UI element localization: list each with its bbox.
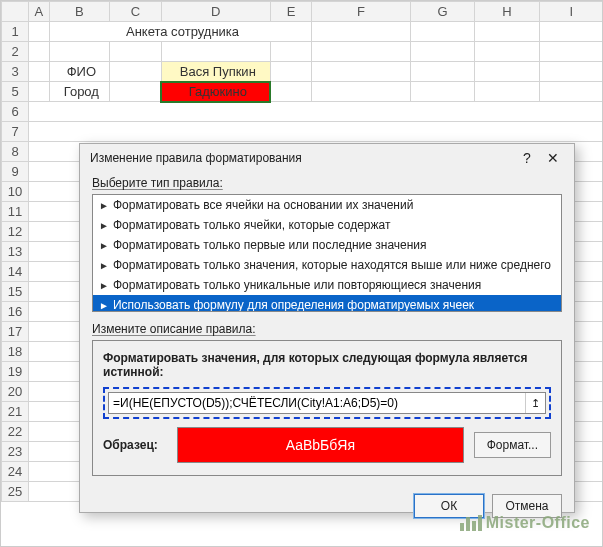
row-header[interactable]: 22	[2, 422, 29, 442]
dialog-button-row: ОК Отмена	[80, 486, 574, 528]
rule-type-item[interactable]: ►Форматировать только ячейки, которые со…	[93, 215, 561, 235]
bullet-icon: ►	[99, 220, 109, 231]
row-header-5[interactable]: 5	[2, 82, 29, 102]
cell[interactable]	[109, 42, 161, 62]
cell[interactable]	[28, 62, 49, 82]
col-header-G[interactable]: G	[410, 2, 474, 22]
row-header[interactable]: 23	[2, 442, 29, 462]
cell[interactable]	[539, 82, 603, 102]
bullet-icon: ►	[99, 200, 109, 211]
cell[interactable]	[109, 82, 161, 102]
cell[interactable]	[410, 62, 474, 82]
col-header-E[interactable]: E	[270, 2, 312, 22]
rule-type-item[interactable]: ►Форматировать только первые или последн…	[93, 235, 561, 255]
preview-label: Образец:	[103, 438, 167, 452]
rule-type-item-selected[interactable]: ►Использовать формулу для определения фо…	[93, 295, 561, 312]
cell[interactable]	[28, 102, 603, 122]
cell[interactable]	[539, 62, 603, 82]
dialog-titlebar[interactable]: Изменение правила форматирования ? ✕	[80, 144, 574, 170]
row-header-1[interactable]: 1	[2, 22, 29, 42]
row-header-2[interactable]: 2	[2, 42, 29, 62]
cell[interactable]	[109, 62, 161, 82]
cell[interactable]	[410, 82, 474, 102]
cancel-button[interactable]: Отмена	[492, 494, 562, 518]
cell-d5[interactable]: Гадюкино	[161, 82, 270, 102]
cell[interactable]	[28, 82, 49, 102]
cell[interactable]	[539, 42, 603, 62]
row-header[interactable]: 11	[2, 202, 29, 222]
rule-type-text: Форматировать только значения, которые н…	[113, 258, 551, 272]
ok-button[interactable]: ОК	[414, 494, 484, 518]
col-header-H[interactable]: H	[475, 2, 539, 22]
cell[interactable]	[410, 42, 474, 62]
bullet-icon: ►	[99, 240, 109, 251]
row-header[interactable]: 10	[2, 182, 29, 202]
rule-type-label: Выберите тип правила:	[92, 176, 562, 190]
row-header[interactable]: 13	[2, 242, 29, 262]
row-header-3[interactable]: 3	[2, 62, 29, 82]
cell[interactable]	[539, 22, 603, 42]
cell[interactable]	[161, 42, 270, 62]
rule-type-item[interactable]: ►Форматировать только уникальные или пов…	[93, 275, 561, 295]
row-header[interactable]: 14	[2, 262, 29, 282]
cell[interactable]	[312, 62, 411, 82]
cell[interactable]	[475, 22, 539, 42]
cell[interactable]	[49, 42, 109, 62]
title-cell[interactable]: Анкета сотрудника	[49, 22, 312, 42]
cell-b5[interactable]: Город	[49, 82, 109, 102]
row-header[interactable]: 19	[2, 362, 29, 382]
col-header-A[interactable]: A	[28, 2, 49, 22]
rule-type-list[interactable]: ►Форматировать все ячейки на основании и…	[92, 194, 562, 312]
rule-type-text: Форматировать только ячейки, которые сод…	[113, 218, 391, 232]
cell[interactable]	[28, 22, 49, 42]
formula-input-wrap: ↥	[108, 392, 546, 414]
cell[interactable]	[475, 62, 539, 82]
formula-input[interactable]	[109, 396, 525, 410]
row-header[interactable]: 12	[2, 222, 29, 242]
col-header-I[interactable]: I	[539, 2, 603, 22]
row-header[interactable]: 6	[2, 102, 29, 122]
row-header[interactable]: 7	[2, 122, 29, 142]
col-header-D[interactable]: D	[161, 2, 270, 22]
row-header[interactable]: 18	[2, 342, 29, 362]
range-selector-button[interactable]: ↥	[525, 393, 545, 413]
format-button[interactable]: Формат...	[474, 432, 551, 458]
cell[interactable]	[270, 62, 312, 82]
cell[interactable]	[312, 22, 411, 42]
rule-type-item[interactable]: ►Форматировать только значения, которые …	[93, 255, 561, 275]
col-header-F[interactable]: F	[312, 2, 411, 22]
row-header[interactable]: 20	[2, 382, 29, 402]
select-all-corner[interactable]	[2, 2, 29, 22]
bullet-icon: ►	[99, 300, 109, 311]
cell[interactable]	[312, 42, 411, 62]
cell[interactable]	[270, 82, 312, 102]
row-header[interactable]: 16	[2, 302, 29, 322]
row-header[interactable]: 21	[2, 402, 29, 422]
rule-type-item[interactable]: ►Форматировать все ячейки на основании и…	[93, 195, 561, 215]
cell[interactable]	[28, 122, 603, 142]
cell-d3[interactable]: Вася Пупкин	[161, 62, 270, 82]
row-header[interactable]: 17	[2, 322, 29, 342]
close-button[interactable]: ✕	[540, 150, 566, 166]
col-header-C[interactable]: C	[109, 2, 161, 22]
rule-type-text: Форматировать все ячейки на основании их…	[113, 198, 414, 212]
rule-type-text: Форматировать только первые или последни…	[113, 238, 427, 252]
col-header-B[interactable]: B	[49, 2, 109, 22]
row-header[interactable]: 15	[2, 282, 29, 302]
cell[interactable]	[312, 82, 411, 102]
formula-highlight-frame: ↥	[103, 387, 551, 419]
bullet-icon: ►	[99, 280, 109, 291]
cell[interactable]	[410, 22, 474, 42]
row-header[interactable]: 24	[2, 462, 29, 482]
help-button[interactable]: ?	[514, 150, 540, 166]
preview-row: Образец: АаВbБбЯя Формат...	[103, 427, 551, 463]
rule-type-text: Использовать формулу для определения фор…	[113, 298, 474, 312]
cell[interactable]	[475, 82, 539, 102]
cell[interactable]	[270, 42, 312, 62]
row-header[interactable]: 9	[2, 162, 29, 182]
row-header[interactable]: 8	[2, 142, 29, 162]
cell[interactable]	[28, 42, 49, 62]
row-header[interactable]: 25	[2, 482, 29, 502]
cell-b3[interactable]: ФИО	[49, 62, 109, 82]
cell[interactable]	[475, 42, 539, 62]
